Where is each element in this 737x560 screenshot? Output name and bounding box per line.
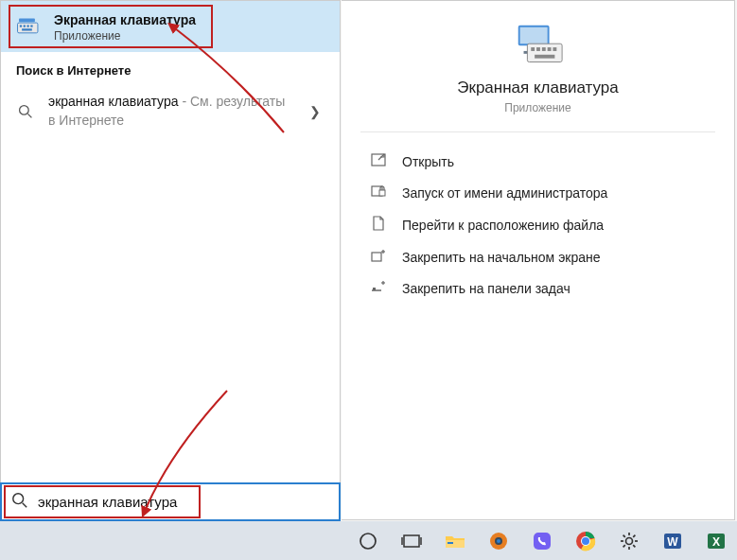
search-results-panel: Экранная клавиатура Приложение Поиск в И… <box>0 0 341 520</box>
svg-rect-15 <box>536 47 540 51</box>
web-result-item[interactable]: экранная клавиатура - См. результаты в И… <box>1 85 340 137</box>
search-input[interactable] <box>38 494 329 510</box>
word-icon[interactable]: W <box>652 521 693 560</box>
action-open-location[interactable]: Перейти к расположению файла <box>360 208 715 241</box>
best-match-text: Экранная клавиатура Приложение <box>54 12 196 43</box>
svg-rect-24 <box>372 253 381 261</box>
svg-line-54 <box>633 534 635 536</box>
svg-rect-34 <box>404 535 419 547</box>
chrome-icon[interactable] <box>565 521 606 560</box>
search-icon <box>16 102 35 121</box>
search-icon <box>11 492 28 512</box>
action-label: Запуск от имени администратора <box>402 185 607 201</box>
keyboard-icon-large <box>511 22 566 67</box>
pin-start-icon <box>370 249 387 265</box>
svg-line-53 <box>623 545 625 547</box>
svg-rect-38 <box>447 542 453 544</box>
action-label: Закрепить на начальном экране <box>402 250 601 265</box>
svg-rect-2 <box>24 25 26 26</box>
best-match-title: Экранная клавиатура <box>54 12 196 27</box>
svg-rect-14 <box>531 47 535 51</box>
svg-point-31 <box>13 494 24 504</box>
svg-rect-23 <box>379 190 385 196</box>
svg-text:X: X <box>712 535 720 549</box>
svg-rect-6 <box>19 19 35 23</box>
action-pin-start[interactable]: Закрепить на начальном экране <box>360 241 715 272</box>
svg-rect-17 <box>547 47 551 51</box>
folder-icon <box>370 216 387 234</box>
svg-point-7 <box>20 105 29 114</box>
svg-line-52 <box>633 545 635 547</box>
taskbar-icons: W X <box>340 521 737 560</box>
app-icon-faststone[interactable] <box>478 521 519 560</box>
svg-line-8 <box>27 114 31 117</box>
svg-rect-18 <box>553 47 556 51</box>
svg-point-33 <box>360 534 376 549</box>
svg-text:W: W <box>667 535 678 549</box>
web-result-query: экранная клавиатура <box>48 94 179 109</box>
svg-point-46 <box>626 537 633 544</box>
svg-point-45 <box>582 537 589 545</box>
cortana-icon[interactable] <box>347 521 389 560</box>
file-explorer-icon[interactable] <box>434 521 476 560</box>
preview-subtitle: Приложение <box>504 101 570 114</box>
action-label: Перейти к расположению файла <box>402 218 604 233</box>
taskbar: W X <box>0 521 737 560</box>
svg-rect-28 <box>373 288 376 290</box>
svg-line-32 <box>23 503 27 508</box>
pin-taskbar-icon <box>370 280 387 296</box>
action-label: Закрепить на панели задач <box>402 281 570 296</box>
preview-header: Экранная клавиатура Приложение <box>360 18 715 132</box>
chevron-right-icon[interactable]: ❯ <box>306 104 325 119</box>
viber-icon[interactable] <box>521 521 563 560</box>
svg-rect-1 <box>20 25 22 26</box>
svg-rect-13 <box>527 44 562 61</box>
open-icon <box>370 153 387 169</box>
action-pin-taskbar[interactable]: Закрепить на панели задач <box>360 272 715 304</box>
svg-rect-0 <box>18 23 38 33</box>
svg-rect-42 <box>534 533 551 550</box>
action-label: Открыть <box>402 154 454 169</box>
preview-title: Экранная клавиатура <box>457 79 619 97</box>
svg-rect-3 <box>26 25 28 26</box>
svg-rect-4 <box>30 25 32 26</box>
search-box[interactable] <box>0 482 341 521</box>
task-view-icon[interactable] <box>391 521 432 560</box>
action-run-admin[interactable]: Запуск от имени администратора <box>360 177 715 208</box>
excel-icon[interactable]: X <box>695 521 737 560</box>
best-match-result[interactable]: Экранная клавиатура Приложение <box>1 1 340 52</box>
taskbar-search-region <box>0 521 340 560</box>
svg-line-51 <box>623 534 625 536</box>
keyboard-icon <box>16 17 41 38</box>
preview-panel: Экранная клавиатура Приложение Открыть З… <box>342 0 735 520</box>
web-result-text: экранная клавиатура - См. результаты в И… <box>48 93 292 130</box>
admin-icon <box>370 184 387 201</box>
svg-rect-5 <box>22 28 32 30</box>
web-section-header: Поиск в Интернете <box>1 52 340 85</box>
svg-rect-19 <box>535 55 554 59</box>
svg-rect-10 <box>519 27 547 44</box>
svg-point-41 <box>497 539 500 543</box>
action-open[interactable]: Открыть <box>360 146 715 177</box>
best-match-subtitle: Приложение <box>54 29 196 43</box>
preview-actions: Открыть Запуск от имени администратора П… <box>342 132 734 317</box>
svg-rect-16 <box>541 47 545 51</box>
settings-icon[interactable] <box>608 521 650 560</box>
